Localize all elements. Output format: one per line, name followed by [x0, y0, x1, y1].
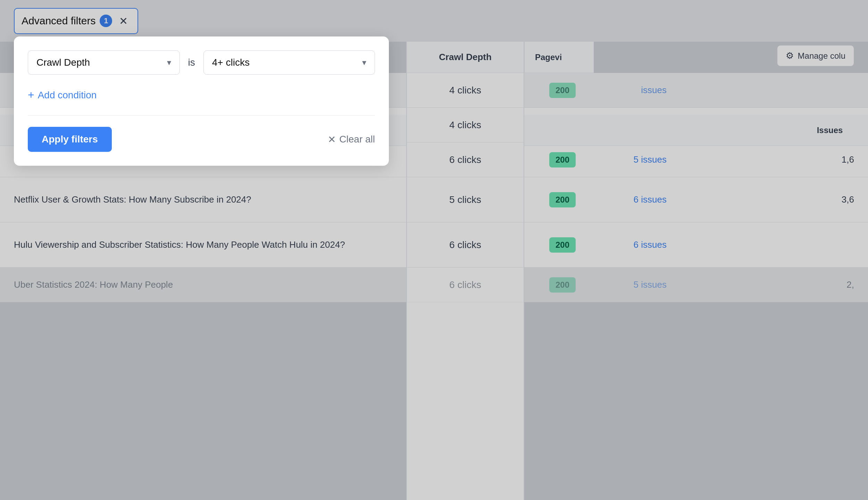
plus-icon: + — [28, 89, 34, 101]
apply-filters-label: Apply filters — [42, 134, 98, 145]
filter-value-select[interactable]: 4+ clicks ▾ — [203, 50, 375, 75]
x-icon: ✕ — [328, 134, 336, 145]
filter-field-label: Crawl Depth — [36, 57, 90, 68]
chevron-down-icon: ▾ — [167, 58, 171, 67]
filter-panel: Crawl Depth ▾ is 4+ clicks ▾ + Add condi… — [14, 36, 389, 166]
add-condition-button[interactable]: + Add condition — [28, 86, 97, 104]
apply-filters-button[interactable]: Apply filters — [28, 127, 112, 152]
clear-all-button[interactable]: ✕ Clear all — [328, 134, 375, 145]
chevron-down-icon: ▾ — [362, 58, 366, 67]
filter-value-label: 4+ clicks — [212, 57, 250, 68]
add-condition-label: Add condition — [38, 90, 97, 101]
clear-all-label: Clear all — [339, 134, 375, 145]
filter-operator-label: is — [188, 57, 195, 68]
panel-divider — [28, 115, 375, 116]
panel-footer: Apply filters ✕ Clear all — [28, 127, 375, 152]
filter-field-select[interactable]: Crawl Depth ▾ — [28, 50, 180, 75]
filter-condition-row: Crawl Depth ▾ is 4+ clicks ▾ — [28, 50, 375, 75]
